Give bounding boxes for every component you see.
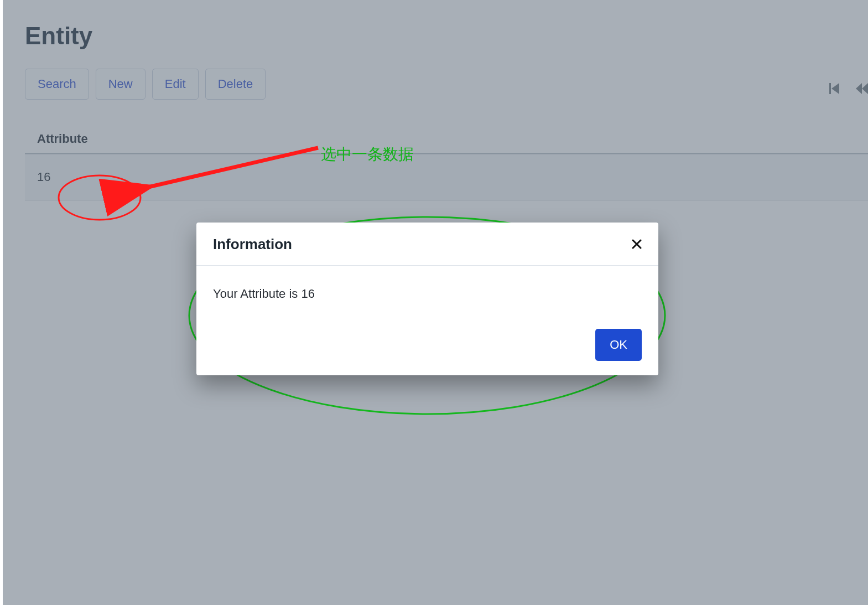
dialog-close-button[interactable] <box>632 237 642 252</box>
dialog-ok-button[interactable]: OK <box>595 329 642 361</box>
page-root: Entity Search New Edit Delete Attribute … <box>0 0 868 605</box>
dialog-header: Information <box>196 223 658 266</box>
info-dialog: Information Your Attribute is 16 OK <box>196 223 658 375</box>
dialog-body: Your Attribute is 16 <box>196 266 658 329</box>
dialog-title: Information <box>213 236 292 253</box>
dialog-message: Your Attribute is 16 <box>213 287 642 301</box>
close-icon <box>632 237 642 252</box>
dialog-footer: OK <box>196 329 658 375</box>
